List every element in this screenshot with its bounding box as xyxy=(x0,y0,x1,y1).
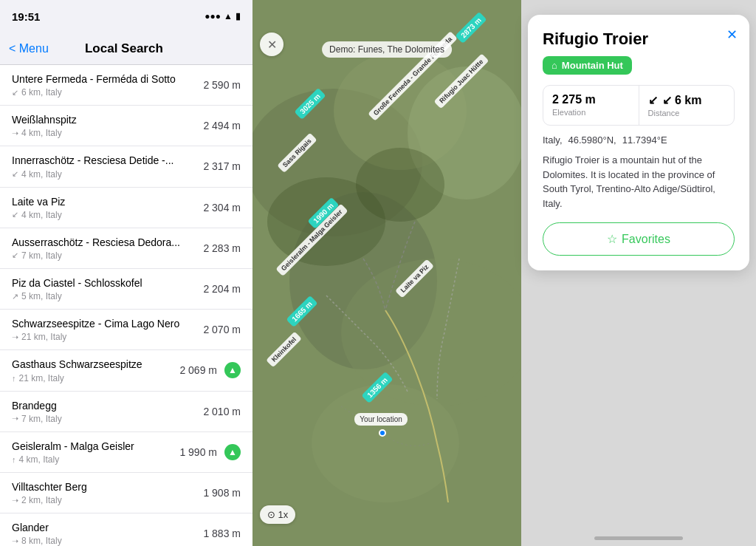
item-direction-icon: ↑ xyxy=(12,374,16,383)
item-name: Piz da Ciastel - Schlosskofel xyxy=(12,276,142,290)
svg-point-8 xyxy=(356,148,444,222)
item-elevation: 2 590 m xyxy=(203,79,241,91)
home-indicator xyxy=(594,536,683,540)
item-right: 2 010 m xyxy=(203,406,241,417)
battery-icon: ▮ xyxy=(236,11,241,21)
list-item[interactable]: Geisleralm - Malga Geisler ↑ 4 km, Italy… xyxy=(0,432,252,473)
nav-bar: < Menu Local Search xyxy=(0,33,252,65)
item-badge-green: ▲ xyxy=(224,444,241,460)
favorites-button[interactable]: ☆ Favorites xyxy=(543,222,735,256)
item-elevation: 2 317 m xyxy=(203,160,241,172)
elevation-label: Elevation xyxy=(552,108,630,117)
search-list[interactable]: Untere Fermeda - Ferméda di Sotto ↙ 6 km… xyxy=(0,65,252,546)
list-item-left: Geisleralm - Malga Geisler ↑ 4 km, Italy xyxy=(12,440,134,465)
item-elevation: 1 883 m xyxy=(203,528,241,539)
item-sub: ↑ 21 km, Italy xyxy=(12,373,142,383)
list-item[interactable]: Innerraschötz - Resciesa Detide -... ↙ 4… xyxy=(0,146,252,187)
item-elevation: 2 204 m xyxy=(203,283,241,295)
list-item[interactable]: Untere Fermeda - Ferméda di Sotto ↙ 6 km… xyxy=(0,65,252,106)
item-name: Villtaschter Berg xyxy=(12,480,87,494)
item-elevation: 1 990 m xyxy=(179,446,217,458)
status-icons: ●●● ▲ ▮ xyxy=(205,11,241,21)
list-item[interactable]: Laite va Piz ↙ 4 km, Italy 2 304 m xyxy=(0,188,252,228)
longitude: 11.7394°E xyxy=(622,134,667,146)
item-right: 2 069 m ▲ xyxy=(179,362,241,378)
item-elevation: 2 010 m xyxy=(203,406,241,417)
favorites-star-icon: ☆ xyxy=(607,232,617,246)
item-direction-icon: ↙ xyxy=(12,169,18,179)
item-distance: 4 km, Italy xyxy=(19,454,60,465)
list-item[interactable]: Glander ➝ 8 km, Italy 1 883 m xyxy=(0,513,252,546)
nav-title: Local Search xyxy=(49,41,199,56)
item-distance: 4 km, Italy xyxy=(21,210,62,220)
item-direction-icon: ↙ xyxy=(12,210,18,219)
status-bar: 19:51 ●●● ▲ ▮ xyxy=(0,0,252,33)
item-distance: 21 km, Italy xyxy=(21,332,66,342)
favorites-label: Favorites xyxy=(622,233,670,246)
map-close-button[interactable]: ✕ xyxy=(260,33,284,56)
item-distance: 6 km, Italy xyxy=(21,87,62,98)
list-item[interactable]: Schwarzseespitze - Cima Lago Nero ➝ 21 k… xyxy=(0,310,252,350)
item-direction-icon: ↑ xyxy=(12,455,16,464)
item-distance: 5 km, Italy xyxy=(21,291,62,301)
zoom-button[interactable]: ⊙ 1x xyxy=(260,505,295,524)
item-distance: 4 km, Italy xyxy=(21,169,62,180)
item-sub: ➝ 2 km, Italy xyxy=(12,495,87,505)
list-item-left: Villtaschter Berg ➝ 2 km, Italy xyxy=(12,480,87,505)
item-direction-icon: ↙ xyxy=(12,88,18,98)
list-item[interactable]: Weißlahnspitz ➝ 4 km, Italy 2 494 m xyxy=(0,106,252,146)
map-background: ✕ Demo: Funes, The Dolomites 2873 m 3025… xyxy=(252,0,521,546)
item-name: Geisleralm - Malga Geisler xyxy=(12,440,134,453)
list-item-left: Piz da Ciastel - Schlosskofel ↗ 5 km, It… xyxy=(12,276,142,301)
item-name: Ausserraschötz - Resciesa Dedora... xyxy=(12,236,180,249)
distance-value: ↙ ↙ 6 km xyxy=(648,93,726,107)
info-location: Italy, 46.5980°N, 11.7394°E xyxy=(543,134,735,146)
item-name: Untere Fermeda - Ferméda di Sotto xyxy=(12,72,176,86)
item-sub: ↙ 4 km, Italy xyxy=(12,169,173,180)
distance-label: Distance xyxy=(648,109,726,117)
list-item-left: Weißlahnspitz ➝ 4 km, Italy xyxy=(12,113,77,138)
info-description: Rifugio Troier is a mountain hut of the … xyxy=(543,153,735,211)
status-time: 19:51 xyxy=(12,10,40,23)
item-distance: 7 km, Italy xyxy=(21,414,62,424)
item-sub: ➝ 7 km, Italy xyxy=(12,414,62,424)
list-item[interactable]: Ausserraschötz - Resciesa Dedora... ↙ 7 … xyxy=(0,228,252,269)
list-item[interactable]: Gasthaus Schwarzseespitze ↑ 21 km, Italy… xyxy=(0,350,252,391)
list-item-left: Innerraschötz - Resciesa Detide -... ↙ 4… xyxy=(12,154,173,179)
list-item-left: Glander ➝ 8 km, Italy xyxy=(12,521,62,546)
close-icon: ✕ xyxy=(267,38,277,52)
item-name: Brandegg xyxy=(12,399,62,412)
item-sub: ➝ 4 km, Italy xyxy=(12,128,77,138)
item-badge-green: ▲ xyxy=(224,362,241,378)
map-svg xyxy=(252,0,521,546)
item-direction-icon: ➝ xyxy=(12,129,18,138)
item-right: 2 317 m xyxy=(203,160,241,172)
item-elevation: 2 069 m xyxy=(179,364,217,376)
list-item-left: Laite va Piz ↙ 4 km, Italy xyxy=(12,195,65,220)
item-name: Gasthaus Schwarzseespitze xyxy=(12,358,142,371)
item-distance: 4 km, Italy xyxy=(21,128,62,138)
item-right: 2 304 m xyxy=(203,202,241,214)
item-distance: 2 km, Italy xyxy=(21,495,62,505)
map-area: ✕ Demo: Funes, The Dolomites 2873 m 3025… xyxy=(252,0,521,546)
your-location-label: Your location xyxy=(354,413,407,426)
right-panel: ✕ Rifugio Troier ⌂ Mountain Hut 2 275 m … xyxy=(521,0,756,546)
info-card-close-button[interactable]: ✕ xyxy=(726,27,738,43)
list-item[interactable]: Brandegg ➝ 7 km, Italy 2 010 m xyxy=(0,392,252,432)
item-sub: ↙ 6 km, Italy xyxy=(12,87,176,98)
info-card-title: Rifugio Troier xyxy=(543,30,735,49)
back-button[interactable]: < Menu xyxy=(9,42,49,55)
item-direction-icon: ➝ xyxy=(12,414,18,423)
signal-icon: ●●● xyxy=(205,11,221,21)
elevation-value: 2 275 m xyxy=(552,93,630,106)
item-direction-icon: ↙ xyxy=(12,250,18,260)
item-right: 1 908 m xyxy=(203,487,241,499)
item-name: Weißlahnspitz xyxy=(12,113,77,126)
item-direction-icon: ➝ xyxy=(12,332,18,342)
item-elevation: 2 283 m xyxy=(203,242,241,254)
item-right: 2 283 m xyxy=(203,242,241,254)
map-demo-label: Demo: Funes, The Dolomites xyxy=(322,41,452,58)
item-direction-icon: ↗ xyxy=(12,292,18,301)
list-item[interactable]: Villtaschter Berg ➝ 2 km, Italy 1 908 m xyxy=(0,473,252,513)
list-item[interactable]: Piz da Ciastel - Schlosskofel ↗ 5 km, It… xyxy=(0,269,252,310)
